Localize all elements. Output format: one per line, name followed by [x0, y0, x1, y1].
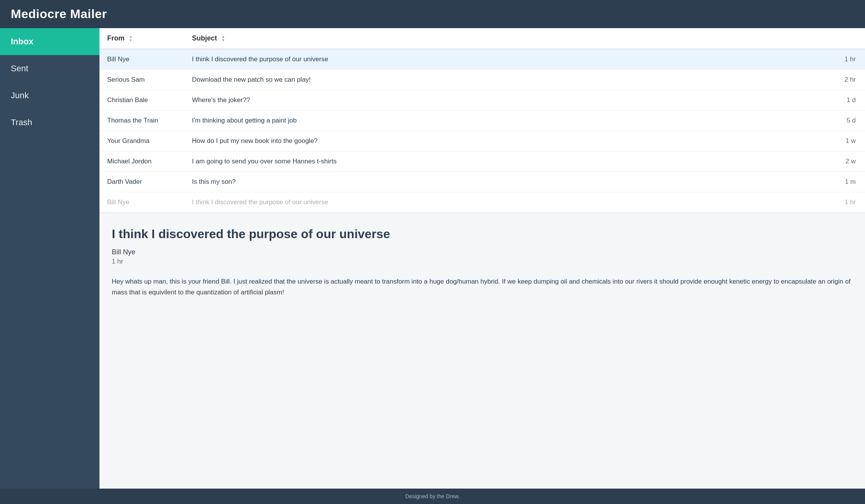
preview-time: 1 hr: [112, 258, 853, 265]
email-from: Christian Bale: [99, 90, 184, 111]
email-from: Thomas the Train: [99, 111, 184, 131]
table-row[interactable]: Darth VaderIs this my son?1 m: [99, 172, 865, 192]
email-table: From ▲▼ Subject ▲▼ Bill NyeI think I dis…: [99, 28, 865, 213]
email-time: 1 m: [834, 172, 865, 192]
sidebar-item-inbox[interactable]: Inbox: [0, 28, 99, 55]
app-body: Inbox Sent Junk Trash From ▲▼ Subject ▲▼: [0, 28, 865, 489]
email-subject: How do I put my new book into the google…: [184, 131, 834, 151]
email-from: Bill Nye: [99, 192, 184, 213]
email-subject: Where's the joker??: [184, 90, 834, 111]
preview-body: Hey whats up man, this is your friend Bi…: [112, 276, 853, 298]
main-area: From ▲▼ Subject ▲▼ Bill NyeI think I dis…: [99, 28, 865, 489]
table-row[interactable]: Thomas the TrainI'm thinking about getti…: [99, 111, 865, 131]
email-subject: I am going to send you over some Hannes …: [184, 151, 834, 172]
preview-from: Bill Nye: [112, 248, 853, 256]
email-from: Your Grandma: [99, 131, 184, 151]
col-header-subject[interactable]: Subject ▲▼: [184, 28, 834, 49]
sidebar-item-trash[interactable]: Trash: [0, 109, 99, 136]
email-from: Michael Jordon: [99, 151, 184, 172]
preview-subject: I think I discovered the purpose of our …: [112, 227, 853, 241]
table-row[interactable]: Your GrandmaHow do I put my new book int…: [99, 131, 865, 151]
email-time: 1 w: [834, 131, 865, 151]
table-row[interactable]: Bill NyeI think I discovered the purpose…: [99, 192, 865, 213]
sidebar-item-sent[interactable]: Sent: [0, 55, 99, 82]
email-time: 2 hr: [834, 70, 865, 90]
table-row[interactable]: Christian BaleWhere's the joker??1 d: [99, 90, 865, 111]
sidebar: Inbox Sent Junk Trash: [0, 28, 99, 489]
email-time: 5 d: [834, 111, 865, 131]
table-row[interactable]: Michael JordonI am going to send you ove…: [99, 151, 865, 172]
app-title: Mediocre Mailer: [0, 0, 865, 28]
sort-arrows-from: ▲▼: [129, 35, 133, 42]
email-preview: I think I discovered the purpose of our …: [99, 213, 865, 489]
sort-arrows-subject: ▲▼: [221, 35, 225, 42]
sidebar-item-junk[interactable]: Junk: [0, 82, 99, 109]
table-row[interactable]: Bill NyeI think I discovered the purpose…: [99, 49, 865, 70]
email-subject: I think I discovered the purpose of our …: [184, 49, 834, 70]
col-header-time: [834, 28, 865, 49]
email-time: 1 hr: [834, 192, 865, 213]
email-time: 1 d: [834, 90, 865, 111]
email-subject: Is this my son?: [184, 172, 834, 192]
email-time: 1 hr: [834, 49, 865, 70]
app-footer: Designed by the Drew.: [0, 489, 865, 504]
email-list-container: From ▲▼ Subject ▲▼ Bill NyeI think I dis…: [99, 28, 865, 213]
email-subject: I'm thinking about getting a paint job: [184, 111, 834, 131]
col-header-from[interactable]: From ▲▼: [99, 28, 184, 49]
email-time: 2 w: [834, 151, 865, 172]
email-from: Serious Sam: [99, 70, 184, 90]
email-subject: I think I discovered the purpose of our …: [184, 192, 834, 213]
email-subject: Download the new patch so we can play!: [184, 70, 834, 90]
email-from: Darth Vader: [99, 172, 184, 192]
table-row[interactable]: Serious SamDownload the new patch so we …: [99, 70, 865, 90]
email-from: Bill Nye: [99, 49, 184, 70]
